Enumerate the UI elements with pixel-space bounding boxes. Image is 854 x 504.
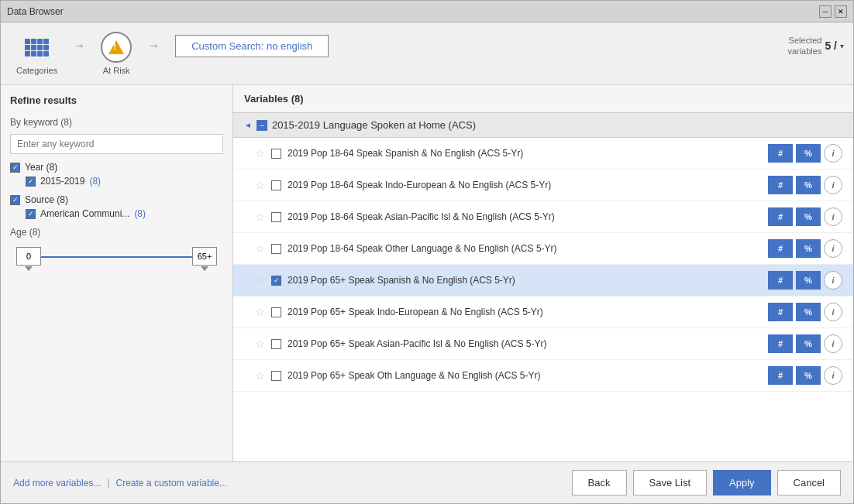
selected-variables-count: 5 /	[825, 39, 837, 52]
age-slider: 0 65+	[16, 244, 217, 283]
variable-row: ☆ 2019 Pop 18-64 Speak Spanish & No Engl…	[233, 138, 853, 170]
age-handle-max[interactable]: 65+	[192, 247, 217, 266]
var-checkbox-4[interactable]	[271, 276, 281, 286]
minimize-button[interactable]: ─	[819, 5, 832, 18]
var-checkbox-6[interactable]	[271, 339, 281, 349]
variable-row: ☆ 2019 Pop 65+ Speak Asian-Pacific Isl &…	[233, 328, 853, 360]
window-title: Data Browser	[7, 6, 64, 17]
keyword-input[interactable]	[10, 134, 223, 154]
at-risk-tool[interactable]: At Risk	[95, 29, 138, 78]
categories-icon	[22, 32, 53, 63]
star-icon[interactable]: ☆	[255, 338, 265, 350]
info-btn-0[interactable]: i	[824, 144, 842, 163]
var-name-6: 2019 Pop 65+ Speak Asian-Pacific Isl & N…	[288, 338, 762, 349]
year-sub-count: (8)	[89, 176, 101, 187]
at-risk-icon	[101, 32, 132, 63]
hash-btn-5[interactable]: #	[768, 303, 793, 321]
variable-row-selected: ☆ 2019 Pop 65+ Speak Spanish & No Englis…	[233, 265, 853, 297]
source-checkbox[interactable]: ✓	[10, 195, 20, 205]
selected-variables-label: Selectedvariables	[787, 35, 821, 57]
percent-btn-2[interactable]: %	[796, 207, 821, 226]
window-controls: ─ ✕	[819, 5, 847, 18]
var-controls-6: # % i	[768, 334, 842, 353]
custom-search-tab[interactable]: Custom Search: no english	[175, 35, 329, 57]
percent-btn-3[interactable]: %	[796, 239, 821, 258]
percent-btn-6[interactable]: %	[796, 334, 821, 353]
info-btn-4[interactable]: i	[824, 271, 842, 290]
sidebar-title: Refine results	[10, 94, 223, 106]
info-btn-1[interactable]: i	[824, 176, 842, 194]
content-header: Variables (8)	[233, 85, 853, 113]
apply-button[interactable]: Apply	[713, 470, 771, 495]
group-header: ◄ − 2015-2019 Language Spoken at Home (A…	[233, 113, 853, 138]
hash-btn-0[interactable]: #	[768, 144, 793, 163]
keyword-section-title: By keyword (8)	[10, 117, 223, 128]
info-btn-7[interactable]: i	[824, 366, 842, 385]
var-checkbox-5[interactable]	[271, 307, 281, 317]
star-icon[interactable]: ☆	[255, 369, 265, 382]
var-name-5: 2019 Pop 65+ Speak Indo-European & No En…	[288, 307, 762, 317]
age-title: Age (8)	[10, 227, 223, 238]
info-btn-2[interactable]: i	[824, 207, 842, 226]
var-name-1: 2019 Pop 18-64 Speak Indo-European & No …	[288, 180, 762, 190]
percent-btn-1[interactable]: %	[796, 176, 821, 194]
footer-links: Add more variables... | Create a custom …	[13, 478, 227, 489]
hash-btn-1[interactable]: #	[768, 176, 793, 194]
var-checkbox-0[interactable]	[271, 149, 281, 159]
percent-btn-5[interactable]: %	[796, 303, 821, 321]
var-controls-1: # % i	[768, 176, 842, 194]
var-controls-3: # % i	[768, 239, 842, 258]
year-label: Year (8)	[25, 162, 57, 173]
keyword-section: By keyword (8)	[10, 117, 223, 154]
hash-btn-7[interactable]: #	[768, 366, 793, 385]
var-checkbox-1[interactable]	[271, 180, 281, 190]
variable-row: ☆ 2019 Pop 18-64 Speak Indo-European & N…	[233, 170, 853, 201]
year-checkbox[interactable]: ✓	[10, 163, 20, 173]
selected-variables-dropdown[interactable]: ▾	[840, 42, 844, 50]
star-icon[interactable]: ☆	[255, 242, 265, 255]
var-checkbox-7[interactable]	[271, 371, 281, 381]
var-controls-0: # % i	[768, 144, 842, 163]
info-btn-3[interactable]: i	[824, 239, 842, 258]
percent-btn-4[interactable]: %	[796, 271, 821, 290]
group-minus-btn[interactable]: −	[257, 120, 267, 131]
save-list-button[interactable]: Save List	[633, 470, 707, 495]
var-controls-4: # % i	[768, 271, 842, 290]
back-button[interactable]: Back	[572, 470, 627, 495]
source-sub-row: ✓ American Communi... (8)	[10, 208, 223, 219]
year-sub-checkbox[interactable]: ✓	[26, 177, 36, 187]
close-button[interactable]: ✕	[835, 5, 847, 18]
source-sub-count: (8)	[134, 208, 146, 219]
info-btn-5[interactable]: i	[824, 303, 842, 321]
var-checkbox-3[interactable]	[271, 244, 281, 254]
percent-btn-0[interactable]: %	[796, 144, 821, 163]
hash-btn-3[interactable]: #	[768, 239, 793, 258]
arrow-icon: →	[73, 39, 85, 53]
hash-btn-2[interactable]: #	[768, 207, 793, 226]
age-range	[16, 256, 217, 258]
add-variables-link[interactable]: Add more variables...	[13, 478, 101, 489]
hash-btn-6[interactable]: #	[768, 334, 793, 353]
age-min-value: 0	[26, 252, 31, 261]
var-checkbox-2[interactable]	[271, 212, 281, 222]
content-panel: Variables (8) ◄ − 2015-2019 Language Spo…	[233, 85, 853, 461]
footer-actions: Back Save List Apply Cancel	[572, 470, 841, 495]
star-icon[interactable]: ☆	[255, 147, 265, 159]
star-icon[interactable]: ☆	[255, 179, 265, 191]
hash-btn-4[interactable]: #	[768, 271, 793, 290]
star-icon[interactable]: ☆	[255, 306, 265, 318]
cancel-button[interactable]: Cancel	[777, 470, 841, 495]
variable-row: ☆ 2019 Pop 65+ Speak Indo-European & No …	[233, 297, 853, 328]
source-sub-checkbox[interactable]: ✓	[26, 209, 36, 219]
collapse-icon[interactable]: ◄	[244, 121, 252, 129]
age-section: Age (8) 0 65+	[10, 227, 223, 283]
star-icon[interactable]: ☆	[255, 274, 265, 286]
create-variable-link[interactable]: Create a custom variable...	[116, 478, 227, 489]
age-handle-min[interactable]: 0	[16, 247, 41, 266]
var-controls-2: # % i	[768, 207, 842, 226]
categories-label: Categories	[16, 66, 57, 75]
percent-btn-7[interactable]: %	[796, 366, 821, 385]
info-btn-6[interactable]: i	[824, 334, 842, 353]
categories-tool[interactable]: Categories	[10, 29, 64, 78]
star-icon[interactable]: ☆	[255, 211, 265, 223]
